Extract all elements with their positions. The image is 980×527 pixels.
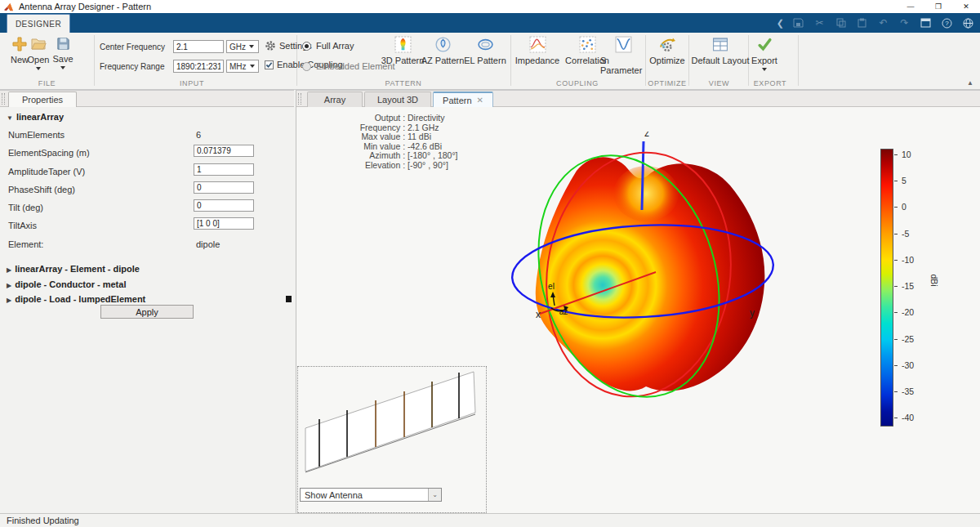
tab-pattern[interactable]: Pattern ✕ xyxy=(433,92,493,107)
info-azimuth-label: Azimuth xyxy=(329,151,408,161)
az-pattern-icon xyxy=(434,36,452,53)
colorbar-tick-label: -35 xyxy=(902,386,926,396)
colorbar-tick-label: -40 xyxy=(902,413,926,422)
default-layout-icon xyxy=(711,36,729,53)
collapse-ribbon-icon[interactable]: ▲ xyxy=(967,79,973,87)
copy-icon[interactable] xyxy=(834,17,848,29)
lineararray-group-header[interactable]: ▼linearArray xyxy=(7,112,64,122)
phaseshift-label: PhaseShift (deg) xyxy=(8,185,75,194)
toolstrip-tab-bar: DESIGNER ❮ ✂ ↶ ↷ ? xyxy=(0,13,980,33)
s-parameter-icon xyxy=(615,36,632,53)
cut-icon[interactable]: ✂ xyxy=(813,17,826,29)
center-frequency-row: Center Frequency xyxy=(100,40,165,54)
colorbar-tick-label: -5 xyxy=(902,229,926,239)
optimize-button[interactable]: Optimize xyxy=(644,36,690,65)
tab-layout-3d[interactable]: Layout 3D xyxy=(364,92,431,107)
restore-button[interactable]: ❐ xyxy=(924,0,952,13)
impedance-icon xyxy=(529,36,546,53)
colorbar-tick-label: -30 xyxy=(902,360,926,370)
colorbar-tick xyxy=(894,260,898,261)
antenna-preview-inset: Show Antenna ⌄ xyxy=(297,366,487,513)
show-antenna-select[interactable]: Show Antenna ⌄ xyxy=(300,488,442,502)
section-divider xyxy=(798,35,799,86)
export-dropdown-caret[interactable] xyxy=(762,68,767,71)
antenna-array-designer-window: Antenna Array Designer - Pattern — ❐ ✕ D… xyxy=(0,0,980,527)
help-icon[interactable]: ? xyxy=(940,17,954,29)
element-value: dipole xyxy=(196,239,220,249)
center-frequency-unit-select[interactable]: GHz xyxy=(226,40,259,53)
phaseshift-input[interactable] xyxy=(194,181,254,194)
input-section-label: INPUT xyxy=(143,79,241,87)
s-parameter-button[interactable]: S Parameter xyxy=(600,36,646,75)
colorbar-tick-label: 5 xyxy=(902,176,926,185)
close-button[interactable]: ✕ xyxy=(952,0,980,13)
colorbar-unit-label: dBi xyxy=(929,274,939,286)
save-button[interactable]: Save xyxy=(40,36,86,69)
tab-properties[interactable]: Properties xyxy=(8,92,77,107)
expand-arrow-icon: ▶ xyxy=(7,266,11,274)
pattern-section-label: PATTERN xyxy=(354,79,452,87)
impedance-button[interactable]: Impedance xyxy=(514,36,560,65)
panel-splitter-handle[interactable] xyxy=(286,296,292,302)
save-dropdown-caret[interactable] xyxy=(60,66,65,69)
view-section-label: VIEW xyxy=(693,79,746,87)
antenna-geometry-view[interactable] xyxy=(298,367,486,485)
section-divider xyxy=(510,35,511,86)
elementspacing-input[interactable] xyxy=(194,145,254,157)
colorbar-tick xyxy=(894,418,898,418)
quick-access-toolbar: ❮ ✂ ↶ ↷ ? xyxy=(777,16,975,30)
tree-item-conductor-metal[interactable]: ▶dipole - Conductor - metal xyxy=(7,279,126,289)
frequency-range-input[interactable] xyxy=(173,60,224,73)
tilt-input[interactable] xyxy=(194,199,254,212)
minimize-button[interactable]: — xyxy=(897,0,924,13)
tab-designer[interactable]: DESIGNER xyxy=(7,14,70,33)
globe-icon[interactable] xyxy=(961,17,975,29)
file-section-label: FILE xyxy=(16,79,78,87)
properties-panel: Properties ▼linearArray NumElements 6 El… xyxy=(0,90,294,513)
colorbar-gradient[interactable] xyxy=(880,149,893,427)
panel-drag-handle[interactable] xyxy=(298,93,301,105)
full-array-radio[interactable]: Full Array xyxy=(302,41,354,51)
status-bar: Finished Updating xyxy=(0,513,980,527)
properties-tab-bar: Properties xyxy=(0,91,294,107)
chevron-down-icon: ⌄ xyxy=(428,489,441,501)
tiltaxis-input[interactable] xyxy=(194,217,254,230)
colorbar-tick xyxy=(894,286,898,287)
el-pattern-button[interactable]: EL Pattern xyxy=(462,36,508,65)
tab-array[interactable]: Array xyxy=(307,92,363,107)
pattern-saddle-highlight xyxy=(613,166,679,221)
3d-radiation-pattern-plot[interactable]: z x y el az xyxy=(411,132,917,491)
gear-icon xyxy=(265,40,276,51)
close-tab-icon[interactable]: ✕ xyxy=(477,96,483,105)
colorbar-tick-label: 10 xyxy=(902,150,926,159)
info-max-label: Max value xyxy=(329,132,408,142)
pattern-document-area: Array Layout 3D Pattern ✕ OutputDirectiv… xyxy=(296,90,980,513)
save-icon[interactable] xyxy=(791,17,805,29)
optimize-section-label: OPTIMIZE xyxy=(642,79,693,87)
undo-icon[interactable]: ↶ xyxy=(876,17,890,29)
tree-item-load-lumpedelement[interactable]: ▶dipole - Load - lumpedElement xyxy=(7,294,145,304)
title-bar: Antenna Array Designer - Pattern — ❐ ✕ xyxy=(0,0,980,13)
window-title: Antenna Array Designer - Pattern xyxy=(19,2,151,11)
paste-icon[interactable] xyxy=(855,17,869,29)
apply-button[interactable]: Apply xyxy=(100,305,194,319)
az-label: az xyxy=(559,307,568,316)
frequency-range-unit-select[interactable]: MHz xyxy=(226,60,259,73)
y-axis-label: y xyxy=(750,307,755,319)
colorbar-tick xyxy=(894,339,898,340)
panel-drag-handle[interactable] xyxy=(2,93,5,105)
amplitudetaper-label: AmplitudeTaper (V) xyxy=(8,167,85,176)
info-output-value: Directivity xyxy=(408,114,445,123)
document-tab-bar: Array Layout 3D Pattern ✕ xyxy=(296,91,980,107)
amplitudetaper-input[interactable] xyxy=(194,163,254,176)
colorbar-tick xyxy=(894,154,898,155)
tree-item-element-dipole[interactable]: ▶linearArray - Element - dipole xyxy=(7,264,140,274)
az-pattern-button[interactable]: AZ Pattern xyxy=(420,36,466,65)
redo-icon[interactable]: ↷ xyxy=(898,17,911,29)
window-layout-icon[interactable] xyxy=(919,17,933,29)
center-frequency-input[interactable] xyxy=(173,40,224,53)
3d-pattern-button[interactable]: 3D Pattern xyxy=(380,36,425,65)
export-button[interactable]: Export xyxy=(742,36,787,71)
chevron-down-icon xyxy=(250,65,255,68)
chevron-left-icon[interactable]: ❮ xyxy=(777,18,784,29)
